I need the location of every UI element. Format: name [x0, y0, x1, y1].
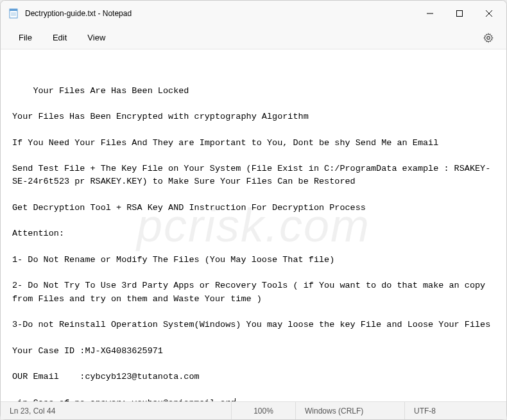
notepad-window: Dectryption-guide.txt - Notepad File Edi…	[0, 0, 507, 420]
status-zoom: 100%	[232, 402, 296, 419]
text-editor-content[interactable]: pcrisk.com Your Files Are Has Been Locke…	[1, 49, 506, 401]
menubar: File Edit View	[1, 26, 506, 49]
close-button[interactable]	[474, 3, 504, 24]
gear-icon	[483, 33, 494, 43]
maximize-button[interactable]	[445, 3, 474, 24]
menu-edit[interactable]: Edit	[42, 29, 77, 46]
window-title: Dectryption-guide.txt - Notepad	[25, 9, 415, 18]
svg-rect-1	[10, 9, 17, 11]
statusbar: Ln 23, Col 44 100% Windows (CRLF) UTF-8	[1, 401, 506, 419]
watermark: pcrisk.com	[137, 191, 370, 260]
menu-view[interactable]: View	[77, 29, 116, 46]
maximize-icon	[456, 10, 463, 17]
minimize-button[interactable]	[415, 3, 445, 24]
status-line-ending: Windows (CRLF)	[296, 402, 405, 419]
notepad-icon	[8, 8, 19, 19]
status-cursor-position: Ln 23, Col 44	[1, 402, 232, 419]
svg-rect-6	[457, 11, 463, 17]
status-encoding: UTF-8	[405, 402, 506, 419]
minimize-icon	[427, 10, 433, 17]
menu-file[interactable]: File	[8, 29, 42, 46]
settings-button[interactable]	[478, 28, 499, 48]
titlebar: Dectryption-guide.txt - Notepad	[1, 1, 506, 26]
window-controls	[415, 3, 504, 24]
close-icon	[486, 10, 492, 17]
text-caret	[235, 398, 236, 402]
